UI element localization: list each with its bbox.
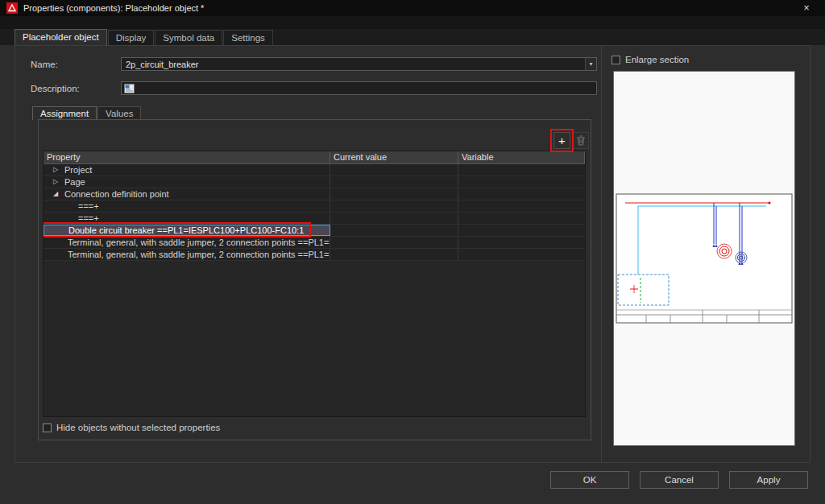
current-value-cell[interactable] xyxy=(330,164,458,176)
property-text: ===+ xyxy=(78,200,99,212)
current-value-cell[interactable] xyxy=(330,200,458,212)
window-title: Properties (components): Placeholder obj… xyxy=(23,3,789,13)
variable-cell[interactable] xyxy=(458,188,585,200)
variable-cell[interactable] xyxy=(458,164,585,176)
enlarge-section-checkbox[interactable]: Enlarge section xyxy=(611,55,689,64)
checkbox-box[interactable] xyxy=(43,423,52,432)
variable-cell[interactable] xyxy=(458,200,585,212)
column-header-variable[interactable]: Variable xyxy=(458,151,585,163)
table-row-project[interactable]: ▷Project xyxy=(44,164,585,176)
plus-icon: + xyxy=(558,134,566,147)
subtab-assignment[interactable]: Assignment xyxy=(32,106,97,120)
tab-settings[interactable]: Settings xyxy=(223,30,273,45)
checkbox-label: Hide objects without selected properties xyxy=(56,423,220,432)
property-text: Page xyxy=(64,176,85,188)
checkbox-box[interactable] xyxy=(611,56,620,64)
sub-tabstrip: Assignment Values xyxy=(32,106,142,120)
description-field[interactable] xyxy=(121,81,597,95)
current-value-cell[interactable] xyxy=(330,176,458,188)
tab-symbol-data[interactable]: Symbol data xyxy=(155,30,222,45)
trash-icon xyxy=(576,135,586,146)
property-text: Project xyxy=(64,164,92,176)
assignment-panel: + Property Current value Variable ▷Proje… xyxy=(38,119,591,440)
table-row-page[interactable]: ▷Page xyxy=(44,176,585,188)
preview-panel: Enlarge section xyxy=(601,45,810,463)
property-text: Double circuit breaker ==PL1=IESPLC100+P… xyxy=(68,225,304,236)
expander-collapsed-icon[interactable]: ▷ xyxy=(47,176,64,188)
tab-display[interactable]: Display xyxy=(108,30,155,45)
variable-cell[interactable] xyxy=(458,213,585,224)
subtab-values[interactable]: Values xyxy=(97,106,141,120)
current-value-cell[interactable] xyxy=(330,188,458,200)
main-tabstrip: Placeholder object Display Symbol data S… xyxy=(0,29,825,45)
table-row-plus-1[interactable]: ===+ xyxy=(44,200,585,213)
current-value-cell[interactable] xyxy=(330,237,458,248)
schematic-drawing xyxy=(614,72,794,445)
property-text: Terminal, general, with saddle jumper, 2… xyxy=(68,237,330,248)
name-value[interactable]: 2p_circuit_breaker xyxy=(122,60,585,69)
variable-cell[interactable] xyxy=(458,249,585,260)
name-combobox[interactable]: 2p_circuit_breaker ▾ xyxy=(121,57,597,71)
table-empty-area xyxy=(44,261,585,417)
chevron-down-icon[interactable]: ▾ xyxy=(585,58,596,70)
checkbox-label: Enlarge section xyxy=(625,55,689,64)
table-row-terminal-2[interactable]: Terminal, general, with saddle jumper, 2… xyxy=(44,249,585,261)
app-icon xyxy=(6,2,18,14)
table-row-connection-definition-point[interactable]: ◢Connection definition point xyxy=(44,188,585,200)
table-row-terminal-1[interactable]: Terminal, general, with saddle jumper, 2… xyxy=(44,237,585,249)
cancel-button[interactable]: Cancel xyxy=(640,471,719,489)
property-text: Connection definition point xyxy=(64,188,169,200)
hide-objects-checkbox[interactable]: Hide objects without selected properties xyxy=(43,423,220,432)
property-text: ===+ xyxy=(78,213,99,224)
expander-collapsed-icon[interactable]: ▷ xyxy=(47,164,64,176)
titlebar: Properties (components): Placeholder obj… xyxy=(0,0,825,16)
variable-cell[interactable] xyxy=(458,176,585,188)
column-header-property[interactable]: Property xyxy=(44,151,330,163)
delete-property-button[interactable] xyxy=(572,132,589,149)
name-label: Name: xyxy=(31,60,58,69)
close-button[interactable]: × xyxy=(794,0,819,16)
current-value-cell[interactable] xyxy=(330,249,458,260)
table-row-plus-2[interactable]: ===+ xyxy=(44,213,585,225)
tab-placeholder-object[interactable]: Placeholder object xyxy=(15,29,107,45)
description-label: Description: xyxy=(31,84,80,93)
add-property-button[interactable]: + xyxy=(553,132,570,149)
titlebar-gap xyxy=(0,16,825,29)
schematic-preview xyxy=(613,71,795,446)
apply-button[interactable]: Apply xyxy=(729,471,808,489)
variable-cell[interactable] xyxy=(458,225,585,236)
property-text: Terminal, general, with saddle jumper, 2… xyxy=(68,249,330,260)
variable-cell[interactable] xyxy=(458,237,585,248)
properties-dialog: Properties (components): Placeholder obj… xyxy=(0,0,825,504)
table-row-double-circuit-breaker[interactable]: Double circuit breaker ==PL1=IESPLC100+P… xyxy=(44,225,585,237)
multilanguage-icon xyxy=(124,84,135,93)
ok-button[interactable]: OK xyxy=(550,471,629,489)
current-value-cell[interactable] xyxy=(330,213,458,224)
expander-expanded-icon[interactable]: ◢ xyxy=(47,188,64,200)
current-value-cell[interactable] xyxy=(330,225,458,236)
property-table: Property Current value Variable ▷Project… xyxy=(43,151,586,417)
table-header-row: Property Current value Variable xyxy=(44,151,585,164)
column-header-current-value[interactable]: Current value xyxy=(330,151,458,163)
